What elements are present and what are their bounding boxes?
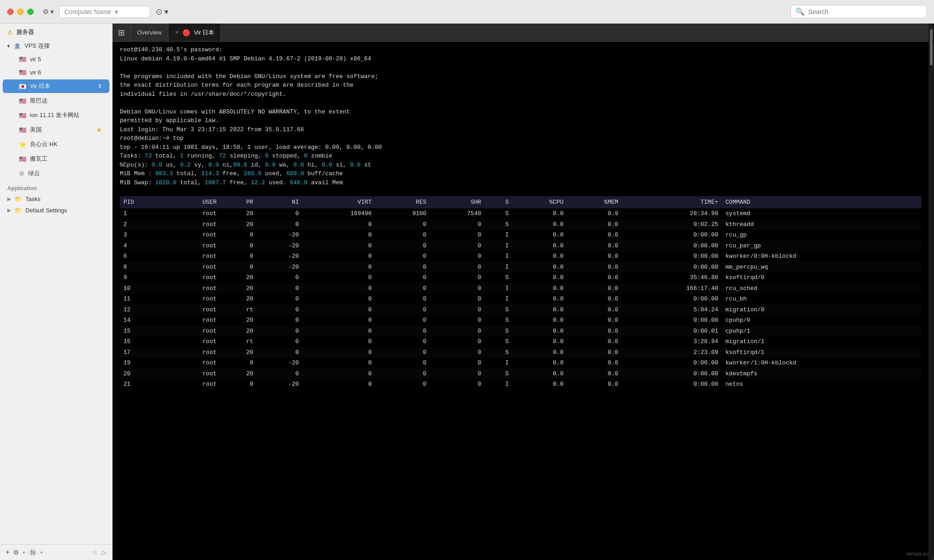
terminal-line: top - 16:04:11 up 1081 days, 18:58, 1 us… [120,143,921,152]
tab-vir-japan[interactable]: ✕ 🔴 Vir 日本 [168,24,221,41]
terminal-line: MiB Swap: 1020.0 total, 1007.7 free, 12.… [120,178,921,187]
table-cell: 0 [220,230,257,241]
table-cell: root [166,262,221,273]
table-cell: 0 [257,368,303,379]
traffic-lights [7,9,34,15]
add-button[interactable]: + [5,548,10,556]
table-cell: S [485,272,512,283]
table-cell: 0.0 [512,347,567,358]
table-cell: 0 [430,326,485,337]
table-cell: -20 [257,241,303,251]
scrollbar-thumb[interactable] [930,29,933,65]
col-command: COMMAND [722,196,921,209]
vps-group-header[interactable]: ▾ 🏦 VPS 连接 [0,39,112,53]
table-cell: 20 [220,208,257,219]
table-cell: root [166,379,221,390]
sidebar-item-default-settings[interactable]: ▶ 📁 Default Settings [0,205,112,216]
terminal-line [120,98,921,108]
sidebar-item-usa[interactable]: 🇺🇸 美国 ★ [3,123,109,137]
table-cell: 0:00.00 [622,262,722,273]
sidebar-item-label: 斯巴达 [30,97,48,105]
sidebar-item-vir6[interactable]: 🇺🇸 vir 6 [3,66,109,79]
gear-menu[interactable]: ⚙ ▾ [43,8,54,16]
table-cell: S [485,315,512,326]
sidebar-item-ion[interactable]: 🇺🇸 ion 11.11 发卡网站 [3,108,109,122]
sidebar-item-label: vir 6 [30,69,41,76]
table-row: 10root200000I0.00.0166:17.40rcu_sched [120,283,921,294]
terminal-line [120,63,921,72]
table-cell: I [485,230,512,241]
table-cell: 0 [303,347,375,358]
sidebar-item-vir5[interactable]: 🇺🇸 vir 5 [3,53,109,65]
table-cell: 0.0 [567,358,622,368]
table-cell: 0 [375,305,430,315]
table-row: 19root0-20000I0.00.00:00.00kworker/1:0H-… [120,358,921,368]
gear-chevron-icon: ▾ [50,8,54,16]
search-bar[interactable]: 🔍 [791,5,927,18]
table-cell: 0.0 [567,368,622,379]
table-row: 17root200000S0.00.02:23.09ksoftirqd/1 [120,347,921,358]
table-cell: I [485,262,512,273]
table-cell: 0 [257,219,303,230]
table-cell: 20 [220,347,257,358]
table-cell: 0 [430,358,485,368]
computer-name-dropdown[interactable]: Computer Name ▾ [59,6,150,18]
table-cell: 0 [375,283,430,294]
play-button[interactable]: ⊙ ▾ [156,7,168,17]
table-cell: ksoftirqd/1 [722,347,921,358]
sidebar-item-label: 美国 [30,126,42,134]
table-cell: root [166,251,221,262]
flag-icon: 🇺🇸 [19,127,26,133]
app-item-label: Tasks [25,196,40,202]
network-button[interactable]: N [29,548,37,556]
flag-icon: 🇺🇸 [19,98,26,104]
table-row: 4root0-20000I0.00.00:00.00rcu_par_gp [120,241,921,251]
main-layout: ⚠ 服务器 ▾ 🏦 VPS 连接 🇺🇸 vir 5 🇺🇸 vir 6 🇯🇵 Vi… [0,24,934,560]
sidebar-item-hk[interactable]: ⭐ 良心云 HK [3,138,109,151]
table-cell: root [166,315,221,326]
tab-overview[interactable]: Overview [131,24,168,41]
terminal[interactable]: root@140.238.40.5's password: Linux debi… [113,42,929,560]
maximize-button[interactable] [27,9,34,15]
sidebar-item-label: ion 11.11 发卡网站 [30,111,79,119]
table-cell: 2 [120,219,166,230]
sidebar-item-green-cloud[interactable]: ⚙ 绿云 [3,167,109,180]
table-cell: 0.0 [512,305,567,315]
flag-icon: 🇺🇸 [19,56,26,63]
scrollbar[interactable] [929,24,934,560]
sidebar-item-tasks[interactable]: ▶ 📁 Tasks [0,193,112,205]
table-cell: mm_percpu_wq [722,262,921,273]
sidebar-item-spain[interactable]: 🇺🇸 斯巴达 [3,94,109,108]
close-button[interactable] [7,9,14,15]
search-input[interactable] [808,8,899,15]
table-cell: 0 [375,219,430,230]
tab-close-icon[interactable]: ✕ [175,29,179,35]
table-cell: 0.0 [512,368,567,379]
sidebar-item-vir-japan[interactable]: 🇯🇵 Vir 日本 ⬆ [3,79,109,93]
tab-grid-button[interactable]: ⊞ [113,24,131,41]
folder-icon: 📁 [15,207,22,214]
table-cell: 0.0 [512,230,567,241]
expand-icon: ▶ [7,196,11,202]
flag-icon: 🇺🇸 [19,69,26,76]
table-row: 2root200000S0.00.00:02.25kthreadd [120,219,921,230]
table-cell: 0 [303,379,375,390]
table-cell: 0.0 [567,219,622,230]
minimize-button[interactable] [17,9,24,15]
col-pr: PR [220,196,257,209]
bank-icon: 🏦 [14,43,21,49]
gear-button[interactable]: ⚙ [13,549,19,556]
sidebar-item-search-worker[interactable]: 🇺🇸 搬瓦工 [3,152,109,166]
table-cell: kworker/1:0H-kblockd [722,358,921,368]
table-cell: rcu_gp [722,230,921,241]
expand-icon: ▶ [7,207,11,213]
table-cell: 0.0 [567,230,622,241]
table-cell: 11 [120,294,166,305]
table-cell: 0 [257,208,303,219]
favorite-button[interactable]: ☆ [92,549,98,556]
table-cell: 0:02.25 [622,219,722,230]
table-cell: 3 [120,230,166,241]
sidebar: ⚠ 服务器 ▾ 🏦 VPS 连接 🇺🇸 vir 5 🇺🇸 vir 6 🇯🇵 Vi… [0,24,113,560]
run-button[interactable]: ▷ [102,549,107,556]
table-cell: 12 [120,305,166,315]
